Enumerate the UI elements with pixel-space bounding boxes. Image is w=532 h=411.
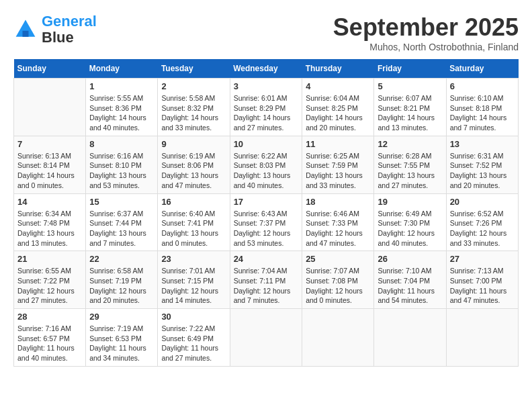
- day-number: 5: [378, 81, 442, 91]
- calendar-cell: 20Sunrise: 6:52 AMSunset: 7:26 PMDayligh…: [446, 193, 518, 251]
- day-number: 16: [161, 197, 226, 207]
- calendar-cell: 15Sunrise: 6:37 AMSunset: 7:44 PMDayligh…: [86, 193, 158, 251]
- logo-text: GeneralBlue: [42, 13, 97, 46]
- calendar-cell: 11Sunrise: 6:25 AMSunset: 7:59 PMDayligh…: [302, 136, 374, 193]
- day-info: Sunrise: 6:22 AMSunset: 8:03 PMDaylight:…: [234, 151, 299, 191]
- day-number: 2: [161, 81, 226, 91]
- calendar-cell: 7Sunrise: 6:13 AMSunset: 8:14 PMDaylight…: [14, 136, 86, 193]
- calendar-week-row: 7Sunrise: 6:13 AMSunset: 8:14 PMDaylight…: [14, 136, 519, 193]
- day-info: Sunrise: 6:52 AMSunset: 7:26 PMDaylight:…: [450, 209, 515, 248]
- calendar-cell: 29Sunrise: 7:19 AMSunset: 6:53 PMDayligh…: [86, 309, 158, 367]
- day-number: 30: [161, 312, 226, 322]
- calendar-cell: 1Sunrise: 5:55 AMSunset: 8:36 PMDaylight…: [86, 79, 158, 136]
- day-number: 11: [306, 139, 370, 149]
- calendar-cell: [446, 309, 518, 367]
- weekday-header: Friday: [374, 59, 446, 79]
- day-number: 21: [17, 254, 82, 264]
- calendar-week-row: 14Sunrise: 6:34 AMSunset: 7:48 PMDayligh…: [14, 193, 519, 251]
- day-info: Sunrise: 7:22 AMSunset: 6:49 PMDaylight:…: [161, 324, 226, 363]
- svg-rect-1: [23, 31, 29, 37]
- day-info: Sunrise: 7:07 AMSunset: 7:08 PMDaylight:…: [306, 266, 370, 306]
- location: Muhos, North Ostrobothnia, Finland: [333, 42, 519, 52]
- weekday-header-row: SundayMondayTuesdayWednesdayThursdayFrid…: [14, 59, 519, 79]
- day-number: 20: [450, 197, 515, 207]
- calendar-cell: 10Sunrise: 6:22 AMSunset: 8:03 PMDayligh…: [230, 136, 302, 193]
- day-number: 28: [17, 312, 82, 322]
- day-info: Sunrise: 6:58 AMSunset: 7:19 PMDaylight:…: [89, 266, 154, 306]
- day-info: Sunrise: 6:37 AMSunset: 7:44 PMDaylight:…: [89, 209, 154, 248]
- day-number: 15: [89, 197, 154, 207]
- day-number: 13: [450, 139, 515, 149]
- day-info: Sunrise: 7:16 AMSunset: 6:57 PMDaylight:…: [17, 324, 82, 363]
- calendar-week-row: 28Sunrise: 7:16 AMSunset: 6:57 PMDayligh…: [14, 309, 519, 367]
- day-number: 14: [17, 197, 82, 207]
- day-info: Sunrise: 6:01 AMSunset: 8:29 PMDaylight:…: [234, 93, 299, 133]
- day-number: 6: [450, 81, 515, 91]
- day-info: Sunrise: 6:16 AMSunset: 8:10 PMDaylight:…: [89, 151, 154, 191]
- calendar-cell: [374, 309, 446, 367]
- day-info: Sunrise: 6:28 AMSunset: 7:55 PMDaylight:…: [378, 151, 442, 191]
- weekday-header: Thursday: [302, 59, 374, 79]
- calendar-cell: 27Sunrise: 7:13 AMSunset: 7:00 PMDayligh…: [446, 251, 518, 309]
- day-info: Sunrise: 6:25 AMSunset: 7:59 PMDaylight:…: [306, 151, 370, 191]
- day-info: Sunrise: 7:01 AMSunset: 7:15 PMDaylight:…: [161, 266, 226, 306]
- calendar-cell: 25Sunrise: 7:07 AMSunset: 7:08 PMDayligh…: [302, 251, 374, 309]
- day-number: 25: [306, 254, 370, 264]
- calendar-cell: 19Sunrise: 6:49 AMSunset: 7:30 PMDayligh…: [374, 193, 446, 251]
- calendar-cell: 9Sunrise: 6:19 AMSunset: 8:06 PMDaylight…: [158, 136, 230, 193]
- weekday-header: Tuesday: [158, 59, 230, 79]
- day-number: 9: [161, 139, 226, 149]
- calendar-cell: 6Sunrise: 6:10 AMSunset: 8:18 PMDaylight…: [446, 79, 518, 136]
- page-header: GeneralBlue September 2025 Muhos, North …: [13, 13, 519, 52]
- calendar-cell: 12Sunrise: 6:28 AMSunset: 7:55 PMDayligh…: [374, 136, 446, 193]
- day-info: Sunrise: 6:43 AMSunset: 7:37 PMDaylight:…: [234, 209, 299, 248]
- day-info: Sunrise: 6:49 AMSunset: 7:30 PMDaylight:…: [378, 209, 442, 248]
- title-block: September 2025 Muhos, North Ostrobothnia…: [333, 13, 519, 52]
- day-number: 27: [450, 254, 515, 264]
- calendar-cell: 17Sunrise: 6:43 AMSunset: 7:37 PMDayligh…: [230, 193, 302, 251]
- day-info: Sunrise: 6:55 AMSunset: 7:22 PMDaylight:…: [17, 266, 82, 306]
- logo: GeneralBlue: [13, 13, 97, 46]
- calendar-cell: 23Sunrise: 7:01 AMSunset: 7:15 PMDayligh…: [158, 251, 230, 309]
- day-info: Sunrise: 7:04 AMSunset: 7:11 PMDaylight:…: [234, 266, 299, 306]
- day-number: 17: [234, 197, 299, 207]
- calendar-week-row: 1Sunrise: 5:55 AMSunset: 8:36 PMDaylight…: [14, 79, 519, 136]
- day-number: 19: [378, 197, 442, 207]
- logo-icon: [13, 17, 38, 42]
- calendar-cell: [14, 79, 86, 136]
- calendar-cell: [302, 309, 374, 367]
- day-info: Sunrise: 7:13 AMSunset: 7:00 PMDaylight:…: [450, 266, 515, 306]
- day-number: 23: [161, 254, 226, 264]
- day-info: Sunrise: 6:34 AMSunset: 7:48 PMDaylight:…: [17, 209, 82, 248]
- calendar-cell: 16Sunrise: 6:40 AMSunset: 7:41 PMDayligh…: [158, 193, 230, 251]
- day-number: 1: [89, 81, 154, 91]
- day-info: Sunrise: 7:10 AMSunset: 7:04 PMDaylight:…: [378, 266, 442, 306]
- day-info: Sunrise: 7:19 AMSunset: 6:53 PMDaylight:…: [89, 324, 154, 363]
- day-number: 8: [89, 139, 154, 149]
- day-info: Sunrise: 6:19 AMSunset: 8:06 PMDaylight:…: [161, 151, 226, 191]
- weekday-header: Monday: [86, 59, 158, 79]
- day-number: 7: [17, 139, 82, 149]
- day-number: 12: [378, 139, 442, 149]
- day-info: Sunrise: 6:46 AMSunset: 7:33 PMDaylight:…: [306, 209, 370, 248]
- weekday-header: Wednesday: [230, 59, 302, 79]
- day-info: Sunrise: 6:10 AMSunset: 8:18 PMDaylight:…: [450, 93, 515, 133]
- day-info: Sunrise: 6:40 AMSunset: 7:41 PMDaylight:…: [161, 209, 226, 248]
- calendar-cell: 24Sunrise: 7:04 AMSunset: 7:11 PMDayligh…: [230, 251, 302, 309]
- day-number: 10: [234, 139, 299, 149]
- day-number: 29: [89, 312, 154, 322]
- calendar-cell: 30Sunrise: 7:22 AMSunset: 6:49 PMDayligh…: [158, 309, 230, 367]
- day-info: Sunrise: 5:55 AMSunset: 8:36 PMDaylight:…: [89, 93, 154, 133]
- calendar-cell: 13Sunrise: 6:31 AMSunset: 7:52 PMDayligh…: [446, 136, 518, 193]
- calendar-table: SundayMondayTuesdayWednesdayThursdayFrid…: [13, 59, 519, 367]
- day-info: Sunrise: 5:58 AMSunset: 8:32 PMDaylight:…: [161, 93, 226, 133]
- calendar-cell: 8Sunrise: 6:16 AMSunset: 8:10 PMDaylight…: [86, 136, 158, 193]
- day-info: Sunrise: 6:07 AMSunset: 8:21 PMDaylight:…: [378, 93, 442, 133]
- weekday-header: Saturday: [446, 59, 518, 79]
- day-number: 22: [89, 254, 154, 264]
- calendar-week-row: 21Sunrise: 6:55 AMSunset: 7:22 PMDayligh…: [14, 251, 519, 309]
- day-number: 24: [234, 254, 299, 264]
- calendar-cell: 21Sunrise: 6:55 AMSunset: 7:22 PMDayligh…: [14, 251, 86, 309]
- calendar-cell: 18Sunrise: 6:46 AMSunset: 7:33 PMDayligh…: [302, 193, 374, 251]
- calendar-cell: 2Sunrise: 5:58 AMSunset: 8:32 PMDaylight…: [158, 79, 230, 136]
